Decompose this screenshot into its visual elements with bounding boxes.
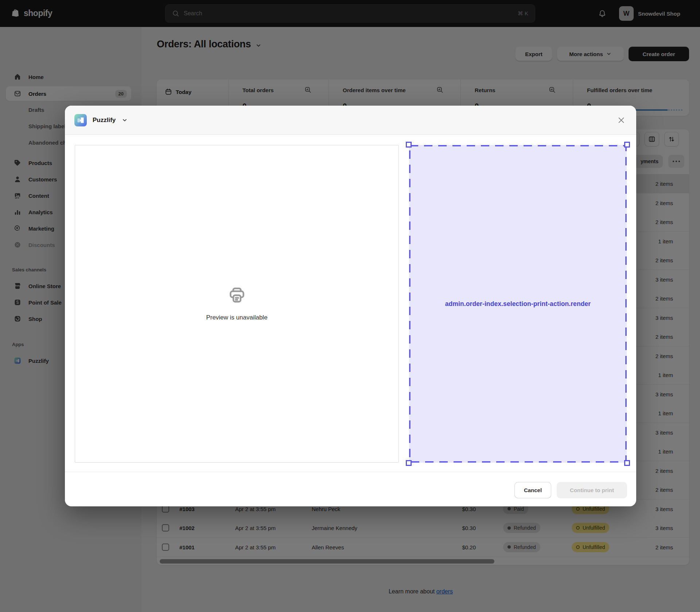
modal-app-name: Puzzlify bbox=[93, 117, 116, 124]
puzzlify-print-modal: Puzzlify Preview is unavailable admin.or… bbox=[65, 106, 636, 506]
chevron-down-icon[interactable] bbox=[121, 117, 128, 123]
close-icon bbox=[617, 116, 626, 125]
cancel-button[interactable]: Cancel bbox=[514, 482, 551, 498]
modal-header: Puzzlify bbox=[65, 106, 636, 135]
shopify-admin-app: shopify Search ⌘ K W Snowdevil Shop Sale… bbox=[0, 0, 700, 612]
modal-close-button[interactable] bbox=[616, 115, 627, 126]
extension-target-label: admin.order-index.selection-print-action… bbox=[409, 145, 627, 463]
print-preview-panel: Preview is unavailable bbox=[75, 145, 399, 463]
extension-selection-zone[interactable]: admin.order-index.selection-print-action… bbox=[409, 145, 627, 463]
printer-icon bbox=[228, 286, 246, 305]
preview-unavailable-message: Preview is unavailable bbox=[206, 314, 267, 321]
modal-footer: Cancel Continue to print bbox=[65, 472, 636, 506]
continue-to-print-button[interactable]: Continue to print bbox=[557, 482, 627, 498]
puzzlify-app-icon bbox=[74, 114, 87, 126]
